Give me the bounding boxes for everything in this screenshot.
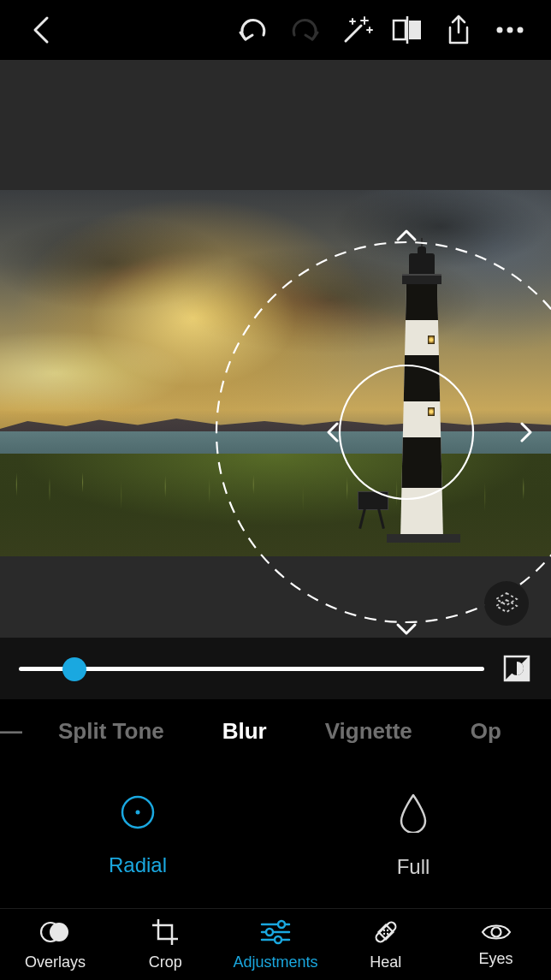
- sliders-icon: [259, 918, 292, 947]
- layers-button[interactable]: [484, 581, 529, 626]
- share-button[interactable]: [433, 4, 484, 56]
- blur-type-full-label: Full: [397, 855, 430, 879]
- nav-adjustments[interactable]: Adjustments: [225, 918, 326, 971]
- svg-point-23: [50, 923, 68, 941]
- svg-line-0: [346, 26, 361, 41]
- redo-button: [279, 4, 330, 56]
- nav-heal[interactable]: Heal: [335, 918, 436, 971]
- compare-button[interactable]: [382, 4, 433, 56]
- chevron-left-icon: [32, 15, 50, 45]
- nav-adjustments-label: Adjustments: [233, 953, 317, 971]
- layers-icon: [493, 590, 520, 617]
- svg-point-32: [383, 930, 385, 931]
- svg-point-27: [278, 921, 285, 928]
- blur-type-radial-label: Radial: [109, 853, 167, 877]
- nav-overlays-label: Overlays: [25, 953, 86, 971]
- radial-handle-bottom[interactable]: [389, 612, 424, 646]
- nav-crop[interactable]: Crop: [115, 918, 216, 971]
- nav-overlays[interactable]: Overlays: [4, 918, 105, 971]
- canvas-area[interactable]: [0, 60, 551, 638]
- svg-point-34: [387, 930, 388, 931]
- invert-blur-button[interactable]: [501, 653, 532, 684]
- blur-intensity-slider[interactable]: [19, 651, 484, 686]
- invert-icon: [503, 655, 530, 682]
- photo-preview: [0, 190, 551, 556]
- radial-handle-top[interactable]: [389, 218, 424, 252]
- redo-icon: [289, 16, 320, 44]
- bottom-nav: Overlays Crop Adjustments Heal Eyes: [0, 908, 551, 980]
- svg-rect-7: [394, 21, 406, 39]
- share-icon: [445, 14, 472, 46]
- blur-slider-row: [0, 638, 551, 699]
- eye-icon: [480, 921, 512, 943]
- svg-point-13: [518, 27, 524, 33]
- overlays-icon: [40, 918, 69, 947]
- subtab-split-tone[interactable]: Split Tone: [29, 718, 193, 745]
- nav-crop-label: Crop: [149, 953, 182, 971]
- top-toolbar: [0, 0, 551, 60]
- subtab-blur[interactable]: Blur: [193, 718, 296, 745]
- ellipsis-icon: [495, 26, 524, 34]
- svg-point-36: [491, 928, 501, 937]
- svg-point-29: [275, 936, 281, 943]
- svg-point-11: [497, 27, 503, 33]
- compare-icon: [391, 15, 424, 45]
- magic-wand-icon: [339, 14, 373, 46]
- subtab-peek-left[interactable]: —: [0, 718, 29, 745]
- blur-type-row: Radial Full: [0, 763, 551, 908]
- svg-point-12: [507, 27, 513, 33]
- bandage-icon: [371, 918, 400, 947]
- more-button[interactable]: [484, 4, 536, 56]
- svg-rect-8: [409, 21, 421, 39]
- svg-point-33: [387, 933, 388, 935]
- svg-point-21: [136, 811, 140, 815]
- svg-point-28: [266, 929, 273, 935]
- svg-point-35: [383, 933, 385, 935]
- blur-type-full[interactable]: Full: [328, 792, 499, 879]
- radial-icon: [119, 793, 157, 831]
- adjustment-subtabs[interactable]: — Split Tone Blur Vignette Op: [0, 699, 551, 763]
- auto-enhance-button[interactable]: [330, 4, 382, 56]
- undo-button[interactable]: [228, 4, 279, 56]
- nav-eyes-label: Eyes: [479, 950, 513, 968]
- nav-heal-label: Heal: [370, 953, 401, 971]
- droplet-icon: [396, 792, 430, 833]
- subtab-peek-right[interactable]: Op: [441, 718, 501, 745]
- crop-icon: [151, 918, 180, 947]
- radial-handle-left[interactable]: [316, 415, 350, 449]
- undo-icon: [238, 16, 269, 44]
- back-button[interactable]: [15, 4, 67, 56]
- sign-graphic: [354, 491, 392, 529]
- blur-type-radial[interactable]: Radial: [52, 793, 223, 877]
- subtab-vignette[interactable]: Vignette: [296, 718, 441, 745]
- lighthouse-graphic: [383, 245, 460, 539]
- radial-handle-right[interactable]: [509, 415, 543, 449]
- nav-eyes[interactable]: Eyes: [446, 921, 547, 968]
